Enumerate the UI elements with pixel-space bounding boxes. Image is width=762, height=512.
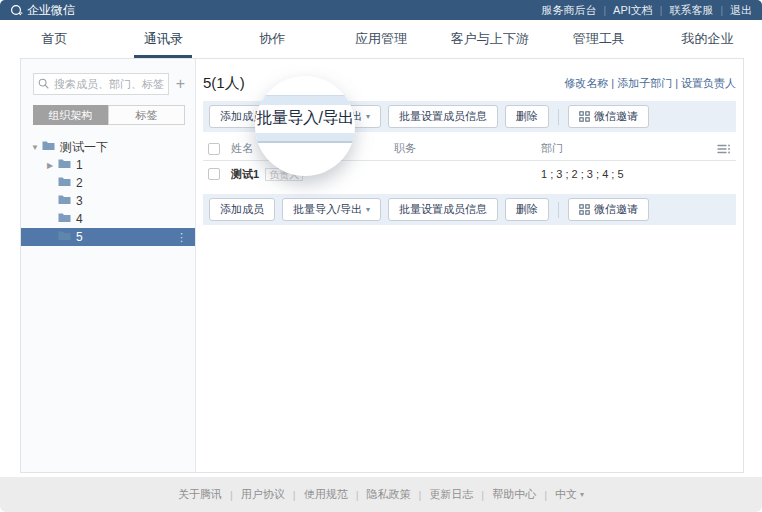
tree-item-label: 1 xyxy=(76,158,83,172)
footer-link-user-agreement[interactable]: 用户协议 xyxy=(241,487,285,502)
chevron-down-icon: ▾ xyxy=(366,205,370,214)
separator: | xyxy=(293,489,296,501)
divider xyxy=(558,202,559,218)
batch-set-member-info-button[interactable]: 批量设置成员信息 xyxy=(388,105,498,128)
footer-link-changelog[interactable]: 更新日志 xyxy=(429,487,473,502)
tab-org-structure[interactable]: 组织架构 xyxy=(33,105,108,125)
app-brand: 企业微信 xyxy=(10,2,75,19)
topbar-link-logout[interactable]: 退出 xyxy=(730,3,752,18)
topbar-links: 服务商后台 | API文档 | 联系客服 | 退出 xyxy=(541,3,752,18)
button-label: 批量导入/导出 xyxy=(293,202,362,217)
language-label: 中文 xyxy=(555,487,577,502)
nav-tab-app-management[interactable]: 应用管理 xyxy=(327,20,436,58)
folder-icon xyxy=(58,212,71,226)
tree-item-label: 3 xyxy=(76,194,83,208)
department-actions: 修改名称 | 添加子部门 | 设置负责人 xyxy=(564,76,736,91)
app-title: 企业微信 xyxy=(27,2,75,19)
nav-tab-admin-tools[interactable]: 管理工具 xyxy=(544,20,653,58)
tree-item-root[interactable]: ▼ 测试一下 xyxy=(21,138,195,156)
topbar-link-api-docs[interactable]: API文档 xyxy=(613,3,653,18)
lens-toolbar-band xyxy=(255,133,355,143)
wechat-invite-button[interactable]: 微信邀请 xyxy=(568,105,649,128)
topbar-link-contact-support[interactable]: 联系客服 xyxy=(669,3,713,18)
batch-set-member-info-button[interactable]: 批量设置成员信息 xyxy=(388,198,498,221)
tree-item-4[interactable]: 4 xyxy=(21,210,195,228)
footer-link-about-tencent[interactable]: 关于腾讯 xyxy=(178,487,222,502)
folder-icon xyxy=(58,194,71,208)
add-department-button[interactable]: + xyxy=(176,76,185,92)
divider xyxy=(558,109,559,125)
separator: | xyxy=(356,489,359,501)
select-all-checkbox[interactable] xyxy=(208,143,220,155)
folder-icon xyxy=(58,230,71,244)
button-label: 微信邀请 xyxy=(594,109,638,124)
folder-icon xyxy=(58,158,71,172)
sidebar: + 组织架构 标签 ▼ 测试一下 ▶ 1 xyxy=(21,59,196,472)
rename-department-link[interactable]: 修改名称 xyxy=(564,76,608,91)
main-nav: 首页 通讯录 协作 应用管理 客户与上下游 管理工具 我的企业 xyxy=(0,20,762,58)
delete-button[interactable]: 删除 xyxy=(505,198,549,221)
separator: | xyxy=(603,5,606,16)
nav-tab-my-company[interactable]: 我的企业 xyxy=(653,20,762,58)
nav-tab-contacts[interactable]: 通讯录 xyxy=(109,20,218,58)
page-title: 5(1人) xyxy=(203,74,245,93)
separator: | xyxy=(611,77,614,89)
footer-link-usage-rules[interactable]: 使用规范 xyxy=(304,487,348,502)
nav-tab-collaboration[interactable]: 协作 xyxy=(218,20,327,58)
separator: | xyxy=(481,489,484,501)
tree-item-label: 5 xyxy=(76,230,83,244)
tree-item-label: 测试一下 xyxy=(60,139,108,156)
tree-item-3[interactable]: 3 xyxy=(21,192,195,210)
chevron-down-icon: ▾ xyxy=(366,112,370,121)
delete-button[interactable]: 删除 xyxy=(505,105,549,128)
tree-item-5[interactable]: 5 ⋮ xyxy=(21,228,195,246)
chevron-down-icon: ▾ xyxy=(580,490,584,499)
org-tree: ▼ 测试一下 ▶ 1 2 xyxy=(21,138,195,246)
caret-right-icon[interactable]: ▶ xyxy=(47,161,58,170)
button-label: 微信邀请 xyxy=(594,202,638,217)
footer-link-help-center[interactable]: 帮助中心 xyxy=(492,487,536,502)
page-footer: 关于腾讯 | 用户协议 | 使用规范 | 隐私政策 | 更新日志 | 帮助中心 … xyxy=(0,477,762,512)
column-settings-icon[interactable] xyxy=(717,143,731,155)
set-leader-link[interactable]: 设置负责人 xyxy=(681,76,736,91)
footer-language-select[interactable]: 中文 ▾ xyxy=(555,487,584,502)
batch-import-export-button[interactable]: 批量导入/导出 ▾ xyxy=(282,198,381,221)
wechat-invite-button[interactable]: 微信邀请 xyxy=(568,198,649,221)
separator: | xyxy=(720,5,723,16)
column-header-dept: 部门 xyxy=(541,141,717,156)
separator: | xyxy=(544,489,547,501)
topbar-link-provider-console[interactable]: 服务商后台 xyxy=(541,3,596,18)
tab-labels[interactable]: 标签 xyxy=(108,105,185,125)
member-name[interactable]: 测试1 xyxy=(231,168,259,180)
separator: | xyxy=(675,77,678,89)
column-header-title: 职务 xyxy=(394,141,541,156)
member-toolbar-bottom: 添加成员 批量导入/导出 ▾ 批量设置成员信息 删除 微信邀请 xyxy=(203,194,736,225)
more-vertical-icon[interactable]: ⋮ xyxy=(176,231,187,244)
separator: | xyxy=(418,489,421,501)
folder-icon xyxy=(42,140,55,154)
separator: | xyxy=(230,489,233,501)
member-dept-cell: 1 ; 3 ; 2 ; 3 ; 4 ; 5 xyxy=(541,168,731,180)
tree-item-2[interactable]: 2 xyxy=(21,174,195,192)
tree-item-label: 2 xyxy=(76,176,83,190)
app-header: 企业微信 服务商后台 | API文档 | 联系客服 | 退出 xyxy=(0,0,762,20)
magnifier-lens-text: 批量导入/导出 xyxy=(255,105,355,131)
caret-down-icon[interactable]: ▼ xyxy=(31,143,42,152)
footer-link-privacy-policy[interactable]: 隐私政策 xyxy=(366,487,410,502)
nav-tab-customers-upstream[interactable]: 客户与上下游 xyxy=(435,20,544,58)
qr-code-icon xyxy=(579,111,590,122)
nav-tab-home[interactable]: 首页 xyxy=(0,20,109,58)
tree-item-1[interactable]: ▶ 1 xyxy=(21,156,195,174)
lens-toolbar-band xyxy=(255,95,355,105)
folder-icon xyxy=(58,176,71,190)
add-member-button[interactable]: 添加成员 xyxy=(209,198,275,221)
sidebar-tabs: 组织架构 标签 xyxy=(33,105,185,125)
search-input[interactable] xyxy=(33,73,169,95)
search-icon xyxy=(38,78,49,89)
add-subdepartment-link[interactable]: 添加子部门 xyxy=(617,76,672,91)
contacts-panel: + 组织架构 标签 ▼ 测试一下 ▶ 1 xyxy=(20,58,744,473)
tree-item-label: 4 xyxy=(76,212,83,226)
separator: | xyxy=(660,5,663,16)
qr-code-icon xyxy=(579,204,590,215)
member-checkbox[interactable] xyxy=(208,168,220,180)
